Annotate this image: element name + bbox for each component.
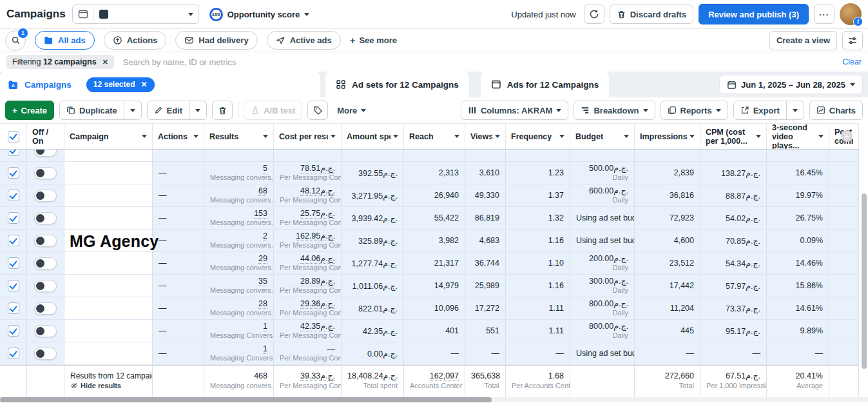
cell-campaign[interactable] xyxy=(64,342,153,364)
filter-settings-button[interactable] xyxy=(842,31,863,50)
header-reach[interactable]: Reach xyxy=(404,124,465,149)
sort-caret-icon[interactable] xyxy=(193,135,198,138)
cell-cost[interactable]: 42.35ج.م.Per Messaging Con... xyxy=(274,320,342,342)
tab-ad-sets[interactable]: Ad sets for 12 Campaigns xyxy=(325,72,469,97)
sort-caret-icon[interactable] xyxy=(624,135,629,138)
header-impressions[interactable]: Impressions xyxy=(635,124,700,149)
header-frequency[interactable]: Frequency xyxy=(506,124,570,149)
discard-drafts-button[interactable]: Discard drafts xyxy=(610,5,693,24)
vertical-scrollbar[interactable] xyxy=(862,193,867,369)
cell-results[interactable]: 5Messaging convers... xyxy=(204,162,274,184)
cell-campaign[interactable] xyxy=(64,275,153,297)
search-input[interactable] xyxy=(122,57,834,68)
select-all-checkbox[interactable] xyxy=(8,131,19,143)
horizontal-scrollbar[interactable] xyxy=(0,397,492,402)
row-checkbox[interactable] xyxy=(8,167,19,179)
row-checkbox[interactable] xyxy=(8,150,19,156)
sort-caret-icon[interactable] xyxy=(393,135,398,138)
row-checkbox[interactable] xyxy=(8,190,19,201)
header-cpm[interactable]: CPM (cost per 1,000... xyxy=(700,124,767,149)
row-checkbox[interactable] xyxy=(8,257,19,269)
ab-test-button[interactable]: A/B test xyxy=(244,101,302,120)
more-options-button[interactable]: ··· xyxy=(814,5,834,24)
cell-results[interactable]: 35Messaging convers... xyxy=(204,275,274,297)
tab-campaigns[interactable]: A Campaigns 12 selected ✕ xyxy=(0,72,320,97)
duplicate-dropdown[interactable] xyxy=(124,101,141,119)
campaign-toggle[interactable] xyxy=(34,257,57,270)
row-checkbox[interactable] xyxy=(8,302,19,314)
cell-campaign[interactable] xyxy=(64,320,153,342)
campaign-toggle[interactable] xyxy=(34,150,57,157)
edit-dropdown[interactable] xyxy=(189,101,206,119)
header-budget[interactable]: Budget xyxy=(570,124,635,149)
cell-cost[interactable]: 162.95ج.م.Per Messaging Con... xyxy=(274,230,342,251)
filter-pill-had-delivery[interactable]: Had delivery xyxy=(175,31,257,50)
sort-caret-icon[interactable] xyxy=(142,135,147,138)
selected-count-badge[interactable]: 12 selected ✕ xyxy=(86,77,155,92)
cell-cost[interactable]: 29.36ج.م.Per Messaging Con... xyxy=(274,297,342,319)
cell-cost[interactable]: —Per Messaging Conv... xyxy=(274,342,342,364)
row-checkbox[interactable] xyxy=(8,280,19,291)
cell-results[interactable]: 28Messaging convers... xyxy=(204,297,274,319)
opportunity-score[interactable]: 100 Opportunity score xyxy=(209,8,310,21)
campaign-toggle[interactable] xyxy=(34,190,57,202)
row-checkbox[interactable] xyxy=(8,348,19,359)
cell-results[interactable]: 1Messaging Convers... xyxy=(204,342,274,364)
charts-button[interactable]: Charts xyxy=(809,101,863,120)
export-button[interactable]: Export xyxy=(734,101,786,119)
header-cost[interactable]: Cost per result xyxy=(274,124,342,149)
cell-cost[interactable]: 48.12ج.م.Per Messaging Con... xyxy=(274,184,342,206)
clear-selection-icon[interactable]: ✕ xyxy=(141,80,148,89)
filter-pill-all-ads[interactable]: All ads xyxy=(35,31,95,50)
sort-caret-icon[interactable] xyxy=(331,135,336,138)
columns-button[interactable]: Columns: AKRAM xyxy=(461,101,568,120)
filter-pill-active-ads[interactable]: Active ads xyxy=(267,31,341,50)
export-dropdown[interactable] xyxy=(786,101,804,119)
header-select-all[interactable] xyxy=(0,124,27,149)
avatar[interactable]: f xyxy=(840,3,862,25)
row-checkbox[interactable] xyxy=(8,212,19,224)
review-publish-button[interactable]: Review and publish (3) xyxy=(699,4,809,25)
cell-campaign[interactable] xyxy=(64,162,153,184)
cell-results[interactable]: 68Messaging convers... xyxy=(204,184,274,206)
cell-results[interactable]: 29Messaging convers... xyxy=(204,252,274,274)
add-column-button[interactable]: + xyxy=(841,130,853,142)
cell-cost[interactable]: 25.75ج.م.Per Messaging Con... xyxy=(274,207,342,229)
campaign-toggle[interactable] xyxy=(34,325,57,337)
cell-campaign[interactable] xyxy=(64,297,153,319)
sort-caret-icon[interactable] xyxy=(690,135,695,138)
tab-ads[interactable]: Ads for 12 Campaigns xyxy=(481,72,610,97)
cell-results[interactable]: Messaging convers... xyxy=(204,150,274,161)
cell-campaign[interactable] xyxy=(64,184,153,206)
search-filter-button[interactable]: 1 xyxy=(5,30,26,51)
sort-caret-icon[interactable] xyxy=(756,135,761,138)
sort-caret-icon[interactable] xyxy=(495,135,500,138)
cell-cost[interactable]: Per Messaging Con... xyxy=(274,150,342,161)
cell-campaign[interactable] xyxy=(64,150,153,161)
header-views[interactable]: Views xyxy=(465,124,506,149)
campaign-toggle[interactable] xyxy=(34,302,57,315)
filtering-chip[interactable]: Filtering 12 campaigns ✕ xyxy=(6,55,114,69)
cell-cost[interactable]: 78.51ج.م.Per Messaging Con... xyxy=(274,162,342,184)
filter-pill-actions[interactable]: Actions xyxy=(104,31,167,50)
cell-results[interactable]: 153Messaging convers... xyxy=(204,207,274,229)
cell-results[interactable]: 1Messaging Convers... xyxy=(204,320,274,342)
campaign-toggle[interactable] xyxy=(34,235,57,247)
header-video[interactable]: 3-second video plays... xyxy=(767,124,829,149)
campaign-toggle[interactable] xyxy=(34,348,57,360)
see-more-filters-button[interactable]: + See more xyxy=(350,35,397,46)
cell-cost[interactable]: 28.89ج.م.Per Messaging Con... xyxy=(274,275,342,297)
row-checkbox[interactable] xyxy=(8,325,19,337)
create-button[interactable]: + Create xyxy=(5,101,54,120)
more-menu-button[interactable]: More xyxy=(333,106,370,115)
cell-results[interactable]: 2Messaging convers... xyxy=(204,230,274,251)
header-campaign[interactable]: Campaign xyxy=(64,124,153,149)
remove-filter-icon[interactable]: ✕ xyxy=(102,58,108,66)
cell-cost[interactable]: 44.06ج.م.Per Messaging Con... xyxy=(274,252,342,274)
account-selector[interactable] xyxy=(72,5,199,24)
create-view-button[interactable]: Create a view xyxy=(769,31,837,50)
breakdown-button[interactable]: Breakdown xyxy=(574,101,655,120)
sort-caret-icon[interactable] xyxy=(559,135,564,138)
header-actions[interactable]: Actions xyxy=(153,124,204,149)
edit-button[interactable]: Edit xyxy=(148,101,189,119)
